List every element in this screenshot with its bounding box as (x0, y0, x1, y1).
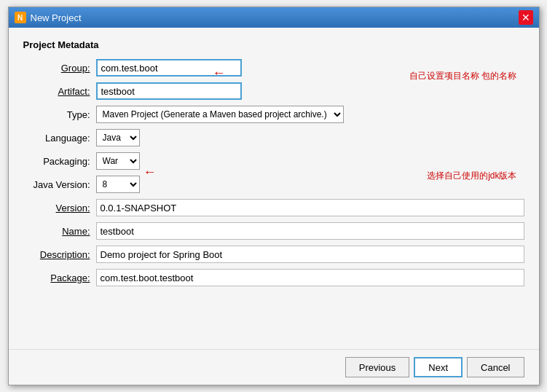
next-button[interactable]: Next (414, 357, 463, 377)
footer: Previous Next Cancel (9, 349, 539, 385)
annotation-bottom: 选择自己使用的jdk版本 (427, 170, 516, 182)
version-input[interactable] (96, 199, 524, 216)
main-content: Project Metadata Group: Artifact: Type: … (9, 28, 539, 349)
language-label: Language: (23, 133, 96, 144)
window-title: New Project (31, 12, 82, 23)
description-field-wrapper (96, 246, 524, 263)
package-input[interactable] (96, 269, 524, 286)
package-label: Package: (23, 273, 96, 283)
annotation-top: 自己设置项目名称 包的名称 (409, 70, 516, 82)
group-label: Group: (23, 63, 96, 74)
version-field-wrapper (96, 199, 524, 216)
name-field-wrapper (96, 222, 524, 240)
arrow-bottom-icon: ← (143, 165, 157, 180)
name-label: Name: (23, 226, 96, 237)
cancel-button[interactable]: Cancel (467, 357, 524, 377)
type-field-wrapper: Maven Project (Generate a Maven based pr… (96, 106, 524, 123)
titlebar-left: N New Project (15, 12, 82, 23)
version-label: Version: (23, 203, 96, 213)
section-title: Project Metadata (23, 39, 524, 50)
description-label: Description: (23, 249, 96, 260)
close-button[interactable]: ✕ (519, 10, 533, 25)
packaging-label: Packaging: (23, 156, 96, 167)
type-label: Type: (23, 109, 96, 120)
arrow-top-icon: ← (213, 66, 226, 81)
package-field-wrapper (96, 269, 524, 286)
java-version-label: Java Version: (23, 179, 96, 190)
new-project-dialog: N New Project ✕ Project Metadata Group: … (8, 7, 540, 385)
description-input[interactable] (96, 246, 524, 263)
artifact-input[interactable] (96, 82, 242, 100)
java-version-select[interactable]: 8 11 17 (96, 176, 140, 193)
titlebar: N New Project ✕ (9, 7, 539, 28)
artifact-label: Artifact: (23, 86, 96, 97)
language-field-wrapper: Java (96, 129, 524, 146)
packaging-select[interactable]: War Jar (96, 152, 140, 170)
packaging-field-wrapper: War Jar (96, 152, 524, 170)
name-input[interactable] (96, 222, 524, 240)
language-select[interactable]: Java (96, 129, 140, 146)
type-select[interactable]: Maven Project (Generate a Maven based pr… (96, 106, 344, 123)
app-icon: N (15, 12, 26, 23)
artifact-field-wrapper (96, 82, 524, 100)
previous-button[interactable]: Previous (345, 357, 410, 377)
